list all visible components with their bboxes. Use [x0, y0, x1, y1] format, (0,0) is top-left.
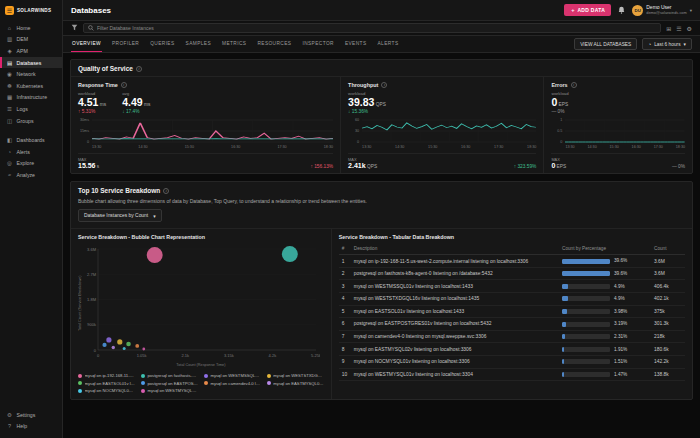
row-description[interactable]: mysql on WESTMYSQL01v listening on local…	[351, 368, 559, 381]
tab-queries[interactable]: QUERIES	[149, 36, 175, 52]
sidebar-item-dashboards[interactable]: ◧Dashboards	[0, 134, 62, 146]
search-box[interactable]	[83, 23, 661, 34]
legend-dot	[141, 389, 145, 393]
user-menu[interactable]: DU Demo User demo@solarwinds.com ▾	[632, 5, 692, 16]
bubble-mysql-on-eastmysql02v[interactable]	[112, 346, 115, 349]
row-description[interactable]: mysql on camendev4-0 listening on mysql.…	[351, 330, 559, 343]
bubble-mysql-on-camendev4-0-l[interactable]	[135, 344, 139, 348]
row-count: 402.1k	[651, 293, 685, 306]
x-axis-tick: 17:30	[277, 145, 286, 149]
bubble-postgresql-on-fasthost[interactable]	[282, 246, 298, 262]
info-icon[interactable]: i	[163, 188, 169, 194]
row-count: 218k	[651, 330, 685, 343]
main-content[interactable]: Quality of Service i Response Timeiworkl…	[63, 53, 700, 438]
row-count: 3.6M	[651, 267, 685, 280]
col-count-by-percentage[interactable]: Count by Percentage	[559, 244, 651, 255]
row-description[interactable]: mysql on ip-192-168-11-5.us-west-2.compu…	[351, 255, 559, 268]
bubble-mysql-on-ip-192-168-11[interactable]	[147, 247, 163, 263]
tab-samples[interactable]: SAMPLES	[185, 36, 212, 52]
row-description[interactable]: mysql on EASTMYSQL02v listening on local…	[351, 343, 559, 356]
info-icon[interactable]: i	[121, 82, 127, 88]
legend-item[interactable]: mysql on NOCMYSQL01v listening on localh…	[78, 388, 135, 393]
sidebar-item-help[interactable]: ?Help	[0, 420, 62, 432]
sidebar-item-label: Logs	[17, 106, 28, 112]
time-range-selector[interactable]: ◔ Last 6 hours ▾	[642, 38, 692, 50]
sidebar-item-analyze[interactable]: ≈Analyze	[0, 169, 62, 181]
legend-item[interactable]: mysql on ip-192-168-11-5.us-west-2.compu…	[78, 373, 135, 378]
col-description[interactable]: Description	[351, 244, 559, 255]
tab-alerts[interactable]: ALERTS	[377, 36, 400, 52]
sidebar-item-label: Groups	[17, 118, 34, 124]
info-icon[interactable]: i	[136, 66, 142, 72]
top10-description: Bubble chart allowing three dimensions o…	[71, 198, 692, 209]
tab-overview[interactable]: OVERVIEW	[71, 36, 102, 52]
search-input[interactable]	[97, 25, 656, 31]
bubble-mysql-on-eastsol01v-li[interactable]	[126, 342, 131, 347]
add-data-button[interactable]: ＋ ADD DATA	[564, 4, 611, 16]
col-count[interactable]: Count	[651, 244, 685, 255]
legend-dot	[267, 374, 271, 378]
legend-item[interactable]: postgresql on EASTPOSTGRES01v listening …	[141, 381, 198, 386]
legend-label: mysql on WESTMSSQL01v listening on local…	[210, 373, 260, 378]
sidebar-item-databases[interactable]: ▤Databases	[0, 57, 62, 69]
row-description[interactable]: postgresql on EASTPOSTGRES01v listening …	[351, 318, 559, 331]
settings-gear-icon[interactable]: ⚙	[687, 25, 692, 32]
y-axis-tick: 30ms	[78, 118, 89, 122]
legend-item[interactable]: mysql on EASTSOL01v listening on localho…	[78, 381, 135, 386]
sidebar-item-logs[interactable]: ☰Logs	[0, 103, 62, 115]
sidebar-item-label: Network	[17, 71, 36, 77]
row-description[interactable]: mysql on WESTSTXDGQL16v listening on loc…	[351, 293, 559, 306]
tab-resources[interactable]: RESOURCES	[256, 36, 292, 52]
svg-text:2.7M: 2.7M	[87, 272, 96, 277]
svg-text:2.1k: 2.1k	[181, 353, 189, 358]
view-all-databases-button[interactable]: VIEW ALL DATABASES	[574, 38, 637, 50]
sidebar-item-home[interactable]: ⌂Home	[0, 22, 62, 34]
sidebar-item-groups[interactable]: ◫Groups	[0, 115, 62, 127]
bubble-mysql-on-westmssql01v[interactable]	[106, 338, 111, 343]
tab-inspector[interactable]: INSPECTOR	[301, 36, 335, 52]
row-description[interactable]: mysql on WESTMSSQL01v listening on local…	[351, 280, 559, 293]
bubble-mysql-on-nocmysql01v-l[interactable]	[123, 347, 126, 350]
x-axis-tick: 16:30	[461, 145, 470, 149]
legend-item[interactable]: mysql on EASTMYSQL02v listening on local…	[267, 381, 324, 386]
sidebar-item-dem[interactable]: ▥DEM	[0, 34, 62, 46]
sidebar-item-infrastructure[interactable]: ▦Infrastructure	[0, 92, 62, 104]
sidebar-item-alerts[interactable]: ◔Alerts	[0, 146, 62, 158]
legend-item[interactable]: postgresql on fasthosts-k8s-agent-0 list…	[141, 373, 198, 378]
info-icon[interactable]: i	[571, 82, 577, 88]
legend-item[interactable]: mysql on camendev4-0 listening on mysql.…	[204, 381, 261, 386]
quality-of-service-card: Quality of Service i Response Timeiworkl…	[70, 59, 693, 174]
sidebar-item-network[interactable]: ◉Network	[0, 68, 62, 80]
grid-view-icon[interactable]: ⊞	[666, 25, 671, 32]
bubble-postgresql-on-eastpost[interactable]	[102, 343, 106, 347]
settings-icon: ⚙	[6, 412, 13, 418]
tab-events[interactable]: EVENTS	[344, 36, 368, 52]
row-description[interactable]: postgresql on fasthosts-k8s-agent-0 list…	[351, 267, 559, 280]
breakdown-type-select[interactable]: Database Instances by Count ▾	[78, 209, 162, 222]
notifications-bell-icon[interactable]	[618, 6, 625, 15]
bubble-mysql-on-weststxdgql16[interactable]	[117, 340, 122, 345]
col-rank[interactable]: #	[339, 244, 351, 255]
bubble-mysql-on-westmysql01v[interactable]	[142, 348, 145, 351]
sidebar-item-explore[interactable]: ◎Explore	[0, 158, 62, 170]
sidebar-item-apm[interactable]: ◈APM	[0, 45, 62, 57]
sidebar: ☰ SOLARWINDS ⌂Home▥DEM◈APM▤Databases◉Net…	[0, 0, 63, 438]
row-description[interactable]: mysql on EASTSOL01v listening on localho…	[351, 305, 559, 318]
avatar: DU	[632, 5, 643, 16]
footer-delta: — 0%	[672, 164, 685, 169]
legend-item[interactable]: mysql on WESTSTXDGQL16v listening on loc…	[267, 373, 324, 378]
tab-metrics[interactable]: METRICS	[221, 36, 247, 52]
sidebar-item-settings[interactable]: ⚙Settings	[0, 409, 62, 421]
legend-item[interactable]: mysql on WESTMSSQL01v listening on local…	[204, 373, 261, 378]
info-icon[interactable]: i	[381, 82, 387, 88]
tab-profiler[interactable]: PROFILER	[111, 36, 140, 52]
row-description[interactable]: mysql on NOCMYSQL01v listening on localh…	[351, 355, 559, 368]
filter-funnel-icon[interactable]	[71, 24, 78, 32]
legend-item[interactable]: mysql on WESTMYSQL01v listening on local…	[141, 388, 198, 393]
sidebar-item-kubernetes[interactable]: ☸Kubernetes	[0, 80, 62, 92]
percentage-bar-fill	[562, 259, 610, 264]
list-view-icon[interactable]: ☰	[676, 25, 681, 32]
percentage-bar-fill	[562, 372, 564, 377]
chevron-down-icon: ▾	[153, 213, 155, 219]
logo-text: SOLARWINDS	[17, 8, 51, 13]
